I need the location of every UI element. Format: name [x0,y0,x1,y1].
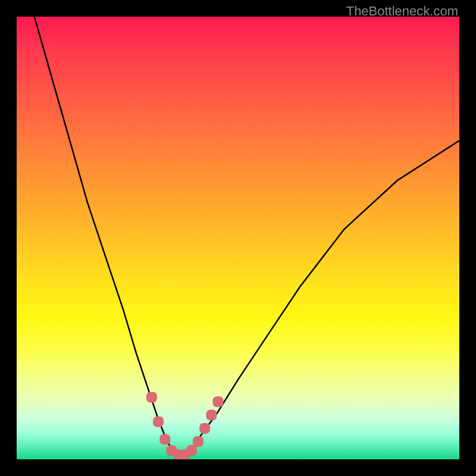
optimal-marker [146,392,157,403]
optimal-marker [159,434,170,445]
watermark-text: TheBottleneck.com [346,4,458,19]
plot-area [17,17,459,459]
optimal-zone-markers [146,392,224,459]
bottleneck-curve [35,17,459,455]
chart-svg [17,17,459,459]
optimal-marker [199,423,210,434]
optimal-marker [213,396,224,407]
optimal-marker [186,445,197,456]
chart-frame: TheBottleneck.com [0,0,476,476]
optimal-marker [153,416,164,427]
optimal-marker [206,410,217,421]
optimal-marker [193,436,203,447]
